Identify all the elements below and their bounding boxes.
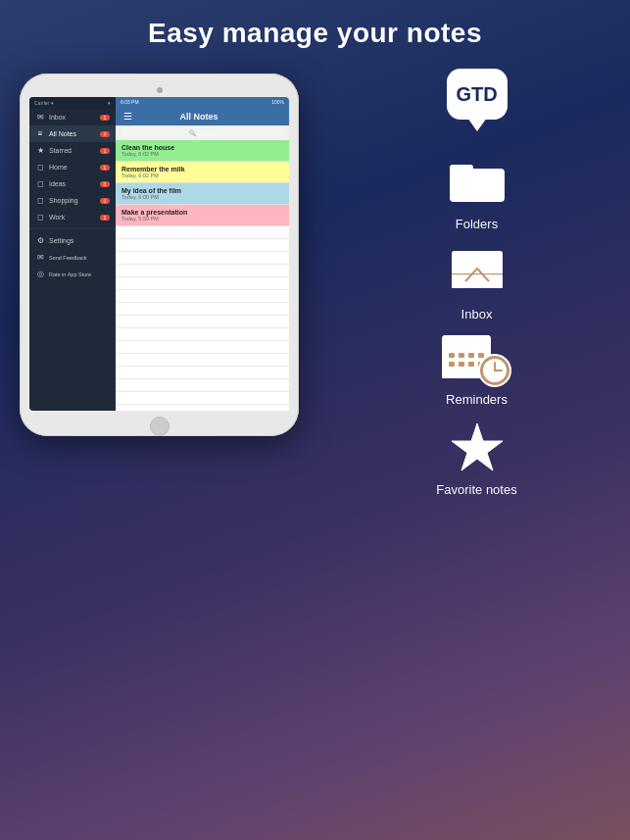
svg-rect-16: [468, 362, 474, 367]
gtd-badge: GTD: [447, 69, 508, 120]
time-label: 6:03 PM: [121, 99, 139, 105]
carrier-label: Carrier ▾: [34, 100, 54, 106]
svg-rect-14: [449, 362, 455, 367]
search-icon: 🔍: [189, 130, 196, 136]
gtd-text: GTD: [456, 83, 497, 106]
ideas-label: Ideas: [49, 180, 66, 187]
inbox-icon: ✉: [35, 113, 45, 122]
note-item-1[interactable]: Clean the house Today, 6:02 PM: [116, 140, 289, 162]
folder-icon: [448, 157, 507, 206]
svg-rect-2: [452, 171, 503, 200]
feedback-icon: ✉: [35, 253, 45, 262]
svg-marker-22: [452, 423, 503, 470]
feedback-label: Send Feedback: [49, 255, 87, 261]
notes-lines: [116, 226, 289, 411]
note-title-2: Remember the milk: [121, 166, 283, 173]
work-icon: ◻: [35, 213, 45, 222]
favorites-item: Favorite notes: [436, 415, 516, 497]
note-date-4: Today, 5:59 PM: [121, 216, 283, 222]
favorites-icon-box: [445, 415, 509, 478]
folders-icon-box: [445, 149, 509, 213]
sidebar: Carrier ▾ ▾ ✉ Inbox 1 ≡ All Notes 4 ★: [29, 97, 116, 411]
ideas-icon: ◻: [35, 179, 45, 188]
work-label: Work: [49, 214, 65, 221]
ipad-home-button[interactable]: [150, 417, 170, 436]
battery-label: 100%: [271, 99, 284, 105]
sidebar-item-ideas[interactable]: ◻ Ideas 0: [29, 175, 116, 192]
starred-label: Starred: [49, 147, 72, 154]
svg-rect-12: [468, 353, 474, 358]
starred-badge: 1: [100, 148, 110, 154]
status-bar: 6:03 PM 100%: [116, 97, 289, 107]
headline: Easy manage your notes: [0, 0, 630, 59]
sidebar-item-home[interactable]: ◻ Home 1: [29, 159, 116, 175]
sidebar-item-feedback[interactable]: ✉ Send Feedback: [29, 249, 116, 266]
note-date-1: Today, 6:02 PM: [121, 151, 283, 157]
calendar-clock-icon: [440, 329, 513, 388]
sidebar-item-starred[interactable]: ★ Starred 1: [29, 142, 116, 159]
right-panel: GTD Folders: [323, 59, 630, 823]
wifi-icon: ▾: [108, 100, 111, 106]
star-icon: ★: [35, 146, 45, 155]
content-header: ☰ All Notes: [116, 107, 289, 125]
ipad-mockup: Carrier ▾ ▾ ✉ Inbox 1 ≡ All Notes 4 ★: [20, 59, 323, 823]
note-date-3: Today, 6:00 PM: [121, 194, 283, 200]
content-title: All Notes: [132, 112, 266, 122]
inbox-badge: 1: [100, 115, 110, 121]
svg-rect-13: [478, 353, 484, 358]
note-title-1: Clean the house: [121, 144, 283, 151]
note-title-3: My idea of the film: [121, 187, 283, 194]
shopping-icon: ◻: [35, 196, 45, 205]
notes-list: Clean the house Today, 6:02 PM Remember …: [116, 140, 289, 411]
sidebar-item-settings[interactable]: ⚙ Settings: [29, 232, 116, 249]
menu-icon[interactable]: ☰: [123, 111, 132, 122]
sidebar-item-work[interactable]: ◻ Work 1: [29, 209, 116, 225]
search-placeholder: Search: [197, 130, 216, 136]
reminders-label: Reminders: [446, 392, 508, 407]
folders-label: Folders: [456, 217, 498, 231]
shopping-badge: 0: [100, 198, 110, 204]
main-content: 6:03 PM 100% ☰ All Notes 🔍 Search: [116, 97, 289, 411]
note-item-4[interactable]: Make a presentation Today, 5:59 PM: [116, 205, 289, 226]
note-date-2: Today, 6:02 PM: [121, 173, 283, 178]
sidebar-item-inbox[interactable]: ✉ Inbox 1: [29, 109, 116, 125]
home-icon: ◻: [35, 163, 45, 172]
svg-rect-11: [459, 353, 464, 358]
rate-label: Rate in App Store: [49, 272, 91, 277]
settings-icon: ⚙: [35, 236, 45, 245]
note-item-3[interactable]: My idea of the film Today, 6:00 PM: [116, 183, 289, 205]
inbox-icon-box: [445, 239, 509, 303]
allnotes-icon: ≡: [35, 129, 45, 138]
sidebar-item-rate[interactable]: ◎ Rate in App Store: [29, 266, 116, 282]
ideas-badge: 0: [100, 181, 110, 187]
note-title-4: Make a presentation: [121, 209, 283, 216]
shopping-label: Shopping: [49, 197, 78, 204]
svg-rect-4: [452, 251, 503, 265]
reminders-icon-box: [440, 329, 513, 388]
allnotes-badge: 4: [100, 131, 110, 137]
home-label: Home: [49, 164, 68, 171]
sidebar-status: Carrier ▾ ▾: [29, 97, 116, 109]
svg-rect-10: [449, 353, 455, 358]
star-favorite-icon: [448, 420, 507, 474]
sidebar-item-allnotes[interactable]: ≡ All Notes 4: [29, 125, 116, 142]
favorite-notes-label: Favorite notes: [436, 482, 516, 497]
search-bar[interactable]: 🔍 Search: [121, 127, 284, 138]
note-item-2[interactable]: Remember the milk Today, 6:02 PM: [116, 162, 289, 183]
inbox-item: Inbox: [445, 239, 509, 321]
sidebar-item-shopping[interactable]: ◻ Shopping 0: [29, 192, 116, 209]
inbox-tray-icon: [448, 247, 507, 296]
inbox-label: Inbox: [461, 307, 493, 321]
ipad-screen: Carrier ▾ ▾ ✉ Inbox 1 ≡ All Notes 4 ★: [29, 97, 289, 411]
settings-label: Settings: [49, 237, 73, 244]
reminders-item: Reminders: [440, 329, 513, 407]
svg-rect-6: [452, 274, 503, 288]
work-badge: 1: [100, 215, 110, 221]
gtd-item: GTD: [447, 69, 508, 141]
rate-icon: ◎: [35, 270, 45, 278]
folders-item: Folders: [445, 149, 509, 231]
inbox-label: Inbox: [49, 114, 66, 121]
sidebar-divider: [29, 228, 116, 229]
allnotes-label: All Notes: [49, 130, 76, 137]
svg-rect-15: [459, 362, 464, 367]
